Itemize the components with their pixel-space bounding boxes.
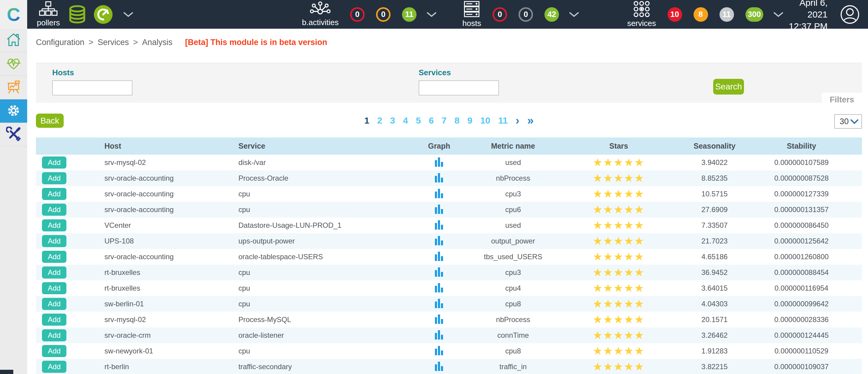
add-button[interactable]: Add [42, 251, 66, 263]
graph-icon[interactable] [435, 235, 444, 246]
page-link-10[interactable]: 10 [480, 115, 490, 126]
graph-icon[interactable] [435, 329, 444, 340]
add-button[interactable]: Add [42, 282, 66, 294]
graph-icon[interactable] [435, 282, 444, 293]
graph-icon[interactable] [435, 172, 444, 183]
next-page-icon[interactable]: › [516, 116, 519, 125]
hosts-filter-input[interactable] [52, 80, 132, 95]
add-button[interactable]: Add [42, 361, 66, 373]
services-unknown-badge[interactable]: 11 [719, 7, 734, 22]
hosts-menu[interactable]: hosts [462, 1, 481, 28]
sidebar-item-configuration[interactable] [0, 99, 27, 123]
graph-icon[interactable] [435, 251, 444, 261]
user-profile-icon[interactable] [840, 5, 860, 24]
page-link-8[interactable]: 8 [455, 115, 460, 126]
add-button[interactable]: Add [42, 204, 66, 216]
table-row: Addsrv-oracle-crmoracle-listenerconnTime… [36, 327, 862, 343]
stability-cell: 0.000000087528 [741, 170, 862, 186]
host-cell: srv-mysql-02 [97, 312, 229, 327]
stars-rating: ★★★★★ [549, 280, 688, 296]
graph-icon[interactable] [435, 361, 444, 371]
page-size-select[interactable]: 30 [834, 114, 862, 129]
graph-icon[interactable] [435, 313, 444, 324]
services-filter-input[interactable] [418, 80, 499, 95]
hosts-down-badge[interactable]: 0 [493, 7, 507, 22]
service-cell: Datastore-Usage-LUN-PROD_1 [229, 218, 401, 233]
analysis-table: Host Service Graph Metric name Stars Sea… [36, 138, 862, 374]
add-button[interactable]: Add [42, 172, 66, 184]
page-link-5[interactable]: 5 [416, 115, 421, 126]
database-icon[interactable] [68, 5, 87, 24]
host-cell: sw-berlin-01 [97, 296, 229, 312]
graph-icon[interactable] [435, 297, 444, 309]
add-button[interactable]: Add [42, 235, 66, 247]
pollers-menu[interactable]: pollers [37, 1, 60, 28]
poller-chevron-down-icon[interactable] [123, 12, 133, 17]
graph-icon[interactable] [435, 345, 444, 355]
host-cell: srv-oracle-accounting [97, 202, 229, 218]
page-link-9[interactable]: 9 [467, 115, 472, 126]
stars-rating: ★★★★★ [549, 249, 688, 265]
graph-icon[interactable] [435, 219, 444, 230]
page-link-1[interactable]: 1 [364, 115, 369, 126]
page-link-11[interactable]: 11 [498, 115, 508, 126]
page-link-2[interactable]: 2 [377, 115, 382, 126]
graph-icon[interactable] [435, 156, 444, 167]
graph-icon[interactable] [435, 203, 444, 214]
ba-menu[interactable]: b.activities [302, 1, 339, 27]
add-button[interactable]: Add [42, 329, 66, 341]
add-button[interactable]: Add [42, 219, 66, 231]
ba-chevron-down-icon[interactable] [427, 12, 436, 17]
hosts-unreachable-badge[interactable]: 0 [519, 7, 533, 22]
add-button[interactable]: Add [42, 314, 66, 326]
service-cell: cpu [229, 202, 401, 218]
stars-rating: ★★★★★ [549, 265, 688, 280]
services-chevron-down-icon[interactable] [774, 12, 783, 17]
add-button[interactable]: Add [42, 298, 66, 310]
add-button[interactable]: Add [42, 266, 66, 279]
gauge-icon[interactable] [93, 4, 113, 25]
sidebar-item-home[interactable] [0, 29, 27, 52]
sidebar-item-reporting[interactable] [0, 76, 27, 99]
hosts-up-badge[interactable]: 42 [545, 7, 559, 22]
seasonality-cell: 4.65186 [688, 249, 741, 265]
metric-cell: cpu3 [477, 265, 549, 280]
add-button[interactable]: Add [42, 345, 66, 357]
stars-rating: ★★★★★ [549, 218, 688, 233]
table-row: Addrt-berlintraffic-secondarytraffic_in★… [36, 359, 862, 374]
page-link-3[interactable]: 3 [390, 115, 395, 126]
back-button[interactable]: Back [36, 114, 64, 128]
sidebar-item-administration[interactable] [0, 123, 27, 146]
page-link-7[interactable]: 7 [441, 115, 447, 126]
graph-icon[interactable] [435, 266, 444, 277]
ba-warning-badge[interactable]: 0 [376, 7, 391, 22]
search-button[interactable]: Search [713, 79, 744, 94]
services-critical-badge[interactable]: 10 [668, 7, 682, 22]
seasonality-cell: 36.9452 [688, 265, 741, 280]
ba-critical-badge[interactable]: 0 [350, 7, 365, 22]
last-page-icon[interactable]: » [527, 116, 534, 125]
services-warning-badge[interactable]: 8 [693, 7, 708, 22]
page-link-4[interactable]: 4 [403, 115, 408, 126]
breadcrumb-services[interactable]: Services [97, 38, 129, 47]
page-link-6[interactable]: 6 [429, 115, 434, 126]
table-row: AddVCenterDatastore-Usage-LUN-PROD_1used… [36, 218, 862, 233]
add-button[interactable]: Add [42, 188, 66, 200]
centreon-logo[interactable]: C [0, 0, 27, 29]
host-cell: sw-newyork-01 [97, 343, 229, 359]
services-menu[interactable]: services [627, 1, 656, 28]
services-ok-badge[interactable]: 300 [745, 7, 763, 22]
stars-rating: ★★★★★ [549, 170, 688, 186]
hosts-chevron-down-icon[interactable] [569, 12, 579, 17]
add-button[interactable]: Add [42, 156, 66, 169]
graph-icon[interactable] [435, 188, 444, 199]
filter-panel: Hosts Services Search Filters [36, 63, 862, 103]
top-navbar: C pollers [0, 0, 868, 29]
gear-icon [6, 103, 22, 120]
chart-board-icon [6, 80, 21, 96]
breadcrumb-configuration[interactable]: Configuration [36, 38, 85, 47]
ba-ok-badge[interactable]: 11 [402, 7, 416, 22]
sidebar-item-monitoring[interactable] [0, 52, 27, 76]
breadcrumb-analysis[interactable]: Analysis [142, 38, 173, 47]
filters-panel-label[interactable]: Filters [822, 93, 862, 108]
